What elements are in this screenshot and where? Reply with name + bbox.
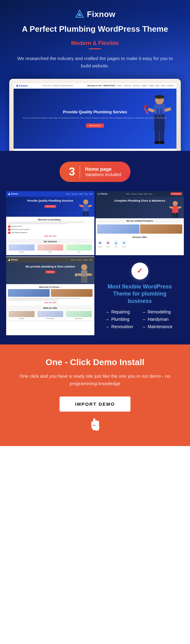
svg-point-23 [83,199,88,204]
laptop-screen: Fixnow Po Box 6177, Bellevue, Nebraska 6… [14,83,176,151]
laptop-cta-btn: Our Services [86,123,104,128]
flexible-feature-repairing: – Repairing [106,309,137,314]
ss1-services-grid: Plumbing Repair Fixes [8,244,93,254]
variations-number: 3 [69,165,75,178]
variations-label-line1: Home page [85,167,121,172]
ss1-services-title: Our Services [8,240,93,243]
ss2-nav: Fixnoz Home Services Gallery Blog Shop F… [96,191,184,197]
screenshot-3: Fixnoz Home Services Gallery Blog We pro… [6,256,94,335]
ss1-plumber-icon [79,198,93,217]
ss2-plumber-icon [168,200,182,218]
ss3-logo: Fixnoz [8,259,18,261]
svg-rect-49 [86,273,92,276]
ss1-service-2: Repair [36,244,64,254]
svg-rect-11 [155,130,159,143]
variations-text: Home page Variations included [85,167,121,177]
svg-point-38 [99,242,101,244]
dark-blue-section: 3 Home page Variations included Fixnoz H… [0,151,190,344]
svg-point-41 [123,242,125,244]
flexible-feature-renovation: – Renovation [106,324,137,329]
cursor-icon [9,418,181,434]
variations-badge: 3 Home page Variations included [60,162,130,182]
svg-rect-54 [97,421,99,426]
ss3-img-row [8,289,93,297]
ss1-features: Experience Staff Based on true care & pa… [8,225,93,234]
laptop-phone: Booking on Call : 1800.879.5247 [87,85,115,87]
ss2-appointment-btn: Fix Appointment [171,192,182,195]
svg-rect-46 [81,276,84,283]
svg-point-13 [154,141,160,144]
svg-point-14 [159,141,165,144]
ss1-nav-links: Home Services Gallery Blog Shop [66,193,93,195]
svg-rect-26 [86,211,89,216]
flexible-check: ✓ [100,263,179,280]
svg-point-32 [173,201,178,206]
ss2-images [97,224,182,234]
ss1-service-3: Fixes [65,244,93,254]
ss2-certified: We are certified Plumbers [96,218,184,223]
flexible-feature-plumbing: – Plumbing [106,317,137,322]
svg-rect-45 [81,270,87,277]
ss2-icon-2: Repair [105,240,111,248]
laptop-nav: Fixnow Po Box 6177, Bellevue, Nebraska 6… [14,83,176,89]
laptop-screen-inner: Fixnow Po Box 6177, Bellevue, Nebraska 6… [14,83,176,151]
screenshot-1: Fixnoz Home Services Gallery Blog Shop P… [6,191,94,255]
screenshot-2: Fixnoz Home Services Gallery Blog Shop F… [96,191,184,255]
logo-area: Fixnow [6,9,184,19]
ss2-services: Services Offer Plumbing Repair [96,235,184,250]
header-section: Fixnow A Perfect Plumbing WordPress Them… [0,0,190,151]
laptop-outer: Fixnow Po Box 6177, Bellevue, Nebraska 6… [9,79,181,151]
ss2-icon-4: Heating [121,240,127,248]
ss1-nav: Fixnoz Home Services Gallery Blog Shop [6,191,94,197]
laptop-hero-title: Provide Quality Plumbing Servies [18,110,172,115]
ss1-content: Welcome to plumbing ... Experience Staff… [6,217,94,239]
svg-marker-40 [115,242,117,244]
laptop-address: Po Box 6177, Bellevue, Nebraska 68005 [30,85,86,87]
laptop-mockup: Fixnow Po Box 6177, Bellevue, Nebraska 6… [6,79,184,151]
svg-point-18 [144,104,147,108]
ss1-services: Our Services Plumbing Repair Fixes [6,239,94,255]
import-demo-button[interactable]: IMPORT DEMO [60,396,130,412]
header-description: We researched the industry and crafted t… [6,55,184,70]
ss1-hero: Provide Quality Plumbing Services Our Se… [6,197,94,217]
ss1-phone: 1000 400 7000 [8,235,93,237]
flexible-feature-maintenance: – Maintenance [143,324,173,329]
laptop-hero: Provide Quality Plumbing Servies We are … [14,89,176,149]
ss1-section-title: Welcome to plumbing ... [8,219,93,221]
ss1-hero-btn: Our Services [44,205,56,208]
ss3-hero: We provide plumbing & fixes solution Get… [6,263,94,284]
laptop-nav-logo: Fixnow [16,84,28,87]
main-title: A Perfect Plumbing WordPress Theme [6,24,184,34]
ss3-service-1: Plumbing [8,310,35,320]
svg-rect-35 [176,213,178,217]
ss2-services-title: Services Offer [97,236,182,238]
flexible-title: Most flexible WordPress Theme for plumbi… [100,283,179,305]
ss2-img-2 [140,224,182,234]
ss1-logo: Fixnoz [8,193,18,195]
ss3-service-2: Faucet Repair [36,310,64,320]
ss3-services: What we offer Plumbing Faucet Repair Wat… [6,305,94,322]
laptop-nav-logo-text: Fixnow [19,84,28,87]
laptop-nav-links: Home About us Services Gallery Pages Blo… [118,85,174,87]
ss3-nav-links: Home Services Gallery Blog [71,259,93,261]
ss2-service-icons: Plumbing Repair Drain [97,239,182,248]
ss1-feature-1: Experience Staff [8,225,93,228]
ss2-logo: Fixnoz [97,193,107,195]
ss2-nav-links: Home Services Gallery Blog Shop [126,193,152,195]
svg-rect-7 [155,97,164,98]
check-circle: ✓ [131,263,148,280]
logo-text: Fixnow [87,10,116,19]
demo-title: One - Click Demo Install [9,357,181,368]
svg-marker-0 [76,10,83,17]
flexible-feature-handyman: – Handyman [143,317,173,322]
ss2-hero: Complete Plumbing Fixes & Maintence [96,197,184,218]
flexible-feature-remodeling: – Remodeling [143,309,173,314]
ss3-service-3: Water Heater [65,310,93,320]
ss1-feature-2: Based on true care & passion [8,228,93,231]
ss1-feature-1-label: Experience Staff [11,226,22,227]
ss1-text1 [8,222,84,223]
ss3-nav: Fixnoz Home Services Gallery Blog [6,257,94,263]
demo-description: One click and you have a ready site just… [9,372,181,387]
flexible-features: – Repairing – Remodeling – Plumbing – Ha… [100,309,179,329]
svg-rect-33 [172,206,178,214]
